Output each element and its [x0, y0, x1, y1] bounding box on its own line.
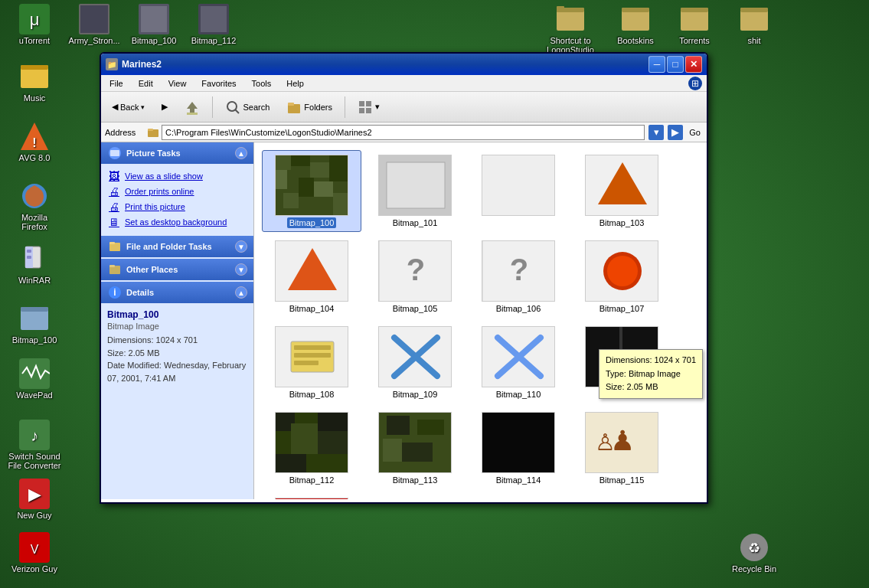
verizon-icon: V — [19, 532, 50, 563]
svg-rect-66 — [329, 155, 348, 181]
desktop-icon-army[interactable]: Army_Stron... — [67, 4, 121, 45]
desktop-icon-switch-sound[interactable]: ♪ Switch Sound File Converter — [8, 420, 61, 470]
desktop-icon-shit[interactable]: shit — [727, 4, 781, 45]
minimize-button[interactable]: ─ — [648, 56, 665, 73]
new-guy-icon: ▶ — [19, 479, 50, 509]
file-folder-tasks-collapse[interactable]: ▼ — [235, 240, 247, 253]
search-button[interactable]: Search — [218, 96, 276, 118]
file-name-100: Bitmap_100 — [287, 218, 337, 227]
file-item-114[interactable]: Bitmap_114 — [469, 407, 568, 489]
menu-bar: File Edit View Favorites Tools Help ⊞ — [101, 75, 707, 92]
picture-tasks-collapse[interactable]: ▲ — [235, 147, 247, 159]
desktop-icon-bmp100-side[interactable]: Bitmap_100 — [8, 303, 61, 345]
file-item-113[interactable]: Bitmap_113 — [365, 407, 465, 489]
file-item-105[interactable]: ? Bitmap_105 — [365, 236, 465, 318]
slideshow-link[interactable]: 🖼 View as a slide show — [107, 168, 247, 184]
file-item-107[interactable]: Bitmap_107 — [572, 236, 671, 318]
desktop-icon-firefox[interactable]: Mozilla Firefox — [8, 181, 61, 231]
avg-icon: ! — [19, 121, 50, 152]
file-thumb-112 — [275, 412, 348, 473]
address-dropdown-button[interactable]: ▾ — [648, 125, 664, 140]
svg-rect-18 — [21, 65, 48, 70]
details-header[interactable]: i Details ▲ — [101, 282, 253, 303]
desktop-icon-new-guy[interactable]: ▶ New Guy — [8, 479, 61, 520]
desktop-icon-verizon[interactable]: V Verizon Guy — [8, 532, 61, 573]
file-item-100[interactable]: Bitmap_100 — [262, 150, 361, 232]
menu-tools[interactable]: Tools — [247, 77, 276, 90]
svg-rect-5 — [141, 6, 167, 32]
file-item-108[interactable]: Bitmap_108 — [262, 322, 361, 403]
file-item-116[interactable]: Bitmap_116 — [262, 493, 361, 499]
file-tooltip: Dimensions: 1024 x 701 Type: Bitmap Imag… — [599, 349, 703, 399]
desktop-icon-music[interactable]: Music — [8, 61, 61, 103]
menu-edit[interactable]: Edit — [134, 77, 158, 90]
address-go-arrow[interactable]: ▶ — [668, 125, 683, 140]
up-button[interactable] — [178, 96, 207, 118]
file-area[interactable]: Bitmap_100 Bitmap_101 — [254, 142, 707, 499]
file-item-110[interactable]: Bitmap_110 — [469, 322, 568, 403]
details-collapse[interactable]: ▲ — [235, 286, 247, 299]
file-thumb-108 — [275, 326, 348, 387]
menu-help[interactable]: Help — [282, 77, 309, 90]
details-filetype: Bitmap Image — [107, 322, 247, 331]
maximize-button[interactable]: □ — [667, 56, 684, 73]
folders-icon — [286, 100, 302, 115]
menu-view[interactable]: View — [164, 77, 191, 90]
svg-text:⊞: ⊞ — [691, 78, 699, 89]
details-title: Details — [126, 288, 154, 297]
file-item-115[interactable]: ♟ ♙ Bitmap_115 — [572, 407, 671, 489]
other-places-section: Other Places ▼ — [101, 259, 253, 280]
other-places-header[interactable]: Other Places ▼ — [101, 259, 253, 280]
svg-rect-85 — [294, 361, 319, 365]
forward-button[interactable]: ▶ — [155, 99, 175, 115]
desktop-icon-avg[interactable]: ! AVG 8.0 — [8, 121, 61, 162]
folders-button[interactable]: Folders — [279, 96, 339, 118]
details-date: Date Modified: Wednesday, February 07, 2… — [107, 359, 247, 384]
file-thumb-106: ? — [482, 240, 555, 302]
torrents-icon — [679, 4, 710, 34]
desktop-icon-winrar[interactable]: WinRAR — [8, 243, 61, 285]
desktop-icon-shortcut[interactable]: Shortcut to LogonStudio — [544, 4, 597, 54]
file-folder-tasks-header[interactable]: File and Folder Tasks ▼ — [101, 236, 253, 257]
desktop-icon-bootskins[interactable]: Bootskins — [609, 4, 662, 45]
close-button[interactable]: ✕ — [685, 56, 702, 73]
shortcut-icon — [555, 4, 586, 34]
print-icon: 🖨 — [107, 201, 121, 213]
file-item-106[interactable]: ? Bitmap_106 — [469, 236, 568, 318]
views-button[interactable]: ▾ — [351, 96, 387, 118]
desktop-icon-bmp100[interactable]: Bitmap_100 — [127, 4, 181, 45]
desktop-icon-recycle[interactable]: ♻ Recycle Bin — [727, 532, 781, 573]
content-area: Picture Tasks ▲ 🖼 View as a slide show 🖨… — [101, 142, 707, 499]
svg-rect-3 — [80, 5, 108, 33]
desktop-icon-torrents[interactable]: Torrents — [668, 4, 721, 45]
back-button[interactable]: ◀ Back ▾ — [105, 99, 152, 115]
other-places-collapse[interactable]: ▼ — [235, 263, 247, 276]
file-item-104[interactable]: Bitmap_104 — [262, 236, 361, 318]
print-picture-link[interactable]: 🖨 Print this picture — [107, 199, 247, 214]
desktop-icon-wavepad[interactable]: WavePad — [8, 358, 61, 400]
file-thumb-113 — [378, 412, 452, 473]
menu-favorites[interactable]: Favorites — [197, 77, 240, 90]
desktop-icon-utorrent[interactable]: μ uTorrent — [8, 4, 61, 45]
file-item-109[interactable]: Bitmap_109 — [365, 322, 465, 403]
desktop-icon-bmp112[interactable]: Bitmap_112 — [187, 4, 240, 45]
views-icon — [358, 100, 373, 115]
svg-rect-53 — [109, 242, 115, 244]
file-thumb-114 — [482, 412, 555, 473]
file-item-103[interactable]: Bitmap_103 — [572, 150, 671, 232]
file-thumb-blank — [482, 155, 555, 216]
toolbar-separator-2 — [345, 96, 345, 118]
file-item-112[interactable]: Bitmap_112 — [262, 407, 361, 489]
order-prints-link[interactable]: 🖨 Order prints online — [107, 184, 247, 199]
file-thumb-110 — [482, 326, 555, 387]
desktop-background-link[interactable]: 🖥 Set as desktop background — [107, 214, 247, 230]
address-go-button[interactable]: Go — [687, 128, 703, 137]
menu-file[interactable]: File — [105, 77, 128, 90]
title-bar: 📁 Marines2 ─ □ ✕ — [101, 54, 707, 75]
picture-tasks-header[interactable]: Picture Tasks ▲ — [101, 142, 253, 164]
svg-rect-28 — [19, 358, 50, 389]
address-input[interactable]: C:\Program Files\WinCustomize\LogonStudi… — [162, 125, 645, 140]
switch-sound-icon: ♪ — [19, 420, 50, 450]
file-item-101[interactable]: Bitmap_101 — [365, 150, 465, 232]
file-item-blank[interactable] — [469, 150, 568, 232]
